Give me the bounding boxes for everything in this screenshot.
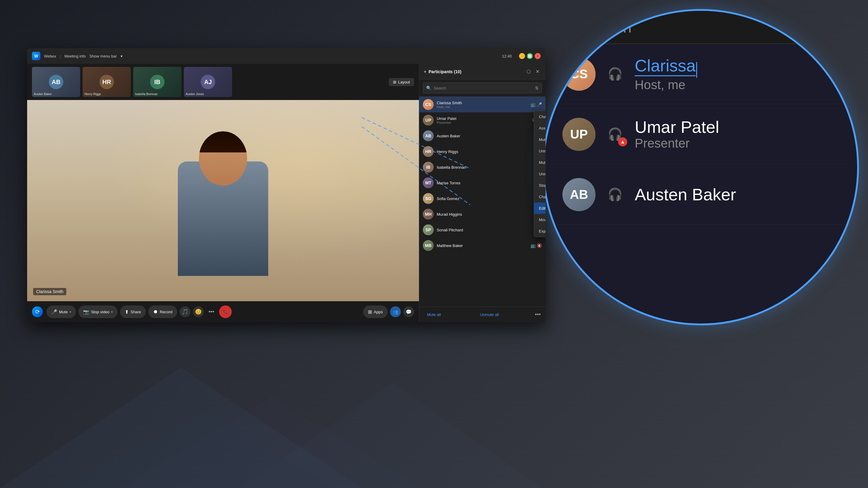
panel-header: ▾ Participants (10) ⬡ ✕ [419,64,546,79]
main-video-area: AB Austen Baker HR Henry Riggs IB Isabel… [27,64,419,322]
participant-name-3: Henry Riggs [437,150,535,154]
mag-headset-0: 🎧 [604,64,626,85]
stop-video-button[interactable]: 📷 Stop video ▾ [79,305,118,318]
thumbnail-avatar-3: AJ [201,75,215,89]
more-options-button[interactable]: ••• [206,309,217,315]
share-label: Share [130,310,141,314]
participant-info-7: Murad Higgins [437,212,535,217]
context-menu-mute-all[interactable]: Mute All [534,157,546,168]
mute-all-button[interactable]: Mute all [424,311,444,319]
mute-dropdown-arrow[interactable]: ▾ [70,310,71,314]
reactions-button[interactable]: 😊 [193,306,204,317]
bg-decoration [0,307,868,488]
panel-popout-button[interactable]: ⬡ [525,67,532,76]
end-call-icon: 📞 [223,310,228,314]
mag-avatar-1: UP [562,118,595,151]
mag-participant-1: UP 🎧 ▲ Umar Patel Presenter [553,104,848,164]
unmute-participant-label: Unmute [539,149,546,153]
thumbnail-1[interactable]: HR Henry Riggs [83,67,131,97]
context-menu-stop-video[interactable]: Stop Video [534,180,546,191]
stop-video-ctx-label: Stop Video [539,183,546,188]
context-menu-change-role[interactable]: Change Role To ▶ [534,111,546,122]
apps-button[interactable]: ⊞ Apps [363,305,388,318]
noise-cancel-button[interactable]: 🎵 [180,306,190,317]
layout-button[interactable]: ⊞ Layout [389,78,414,86]
mag-headset-2: 🎧 [604,184,626,205]
expel-label: Expel [539,229,546,233]
participant-mic-icon-0: 🎤 [537,102,542,107]
record-label: Record [160,310,173,314]
mag-avatar-2: AB [562,178,595,211]
app-logo: W [32,52,40,60]
context-menu-chat[interactable]: Chat [534,191,546,202]
context-menu-move-to-lobby[interactable]: Move to Lobby [534,214,546,225]
participant-name-6: Sofia Gomez [437,196,535,201]
participant-avatar-9: MB [423,240,434,251]
participant-info-4: Isabella Brennan [437,165,535,170]
mute-label: Mute [59,310,68,314]
participant-name-4: Isabella Brennan [437,165,535,170]
chat-button[interactable]: 💬 [403,306,414,317]
layout-label: Layout [398,80,410,84]
app-window: W Webex | Meeting info Show menu bar ▾ 1… [27,48,546,322]
thumbnail-3[interactable]: AJ Austen Jones [184,67,232,97]
search-input[interactable]: Search [434,86,532,90]
meeting-info-link[interactable]: Meeting info [64,54,86,59]
panel-close-button[interactable]: ✕ [534,67,541,76]
participant-icons-0: 📺 🎤 [530,102,542,107]
context-menu-unmute-all[interactable]: Unmute All [534,168,546,180]
context-menu-unmute[interactable]: Unmute [534,145,546,157]
participant-screen-icon-0: 📺 [530,102,535,107]
person-hair [199,131,247,153]
participant-name-0: Clarissa Smith [437,101,527,105]
person-head [199,131,247,186]
participants-button[interactable]: 👥 [390,306,401,317]
participant-item-3[interactable]: HR Henry Riggs 🎙 [419,144,546,159]
move-to-lobby-label: Move to Lobby [539,218,546,222]
video-dropdown-arrow[interactable]: ▾ [111,310,113,314]
assign-privileges-label: Assign Privileges... [539,126,546,130]
share-button[interactable]: ⬆ Share [120,305,146,318]
participant-icons-9: 📺 🔇 [530,243,542,248]
participant-item-6[interactable]: SG Sofia Gomez 🎙 [419,191,546,206]
chat-ctx-label: Chat [539,195,546,199]
footer-more-button[interactable]: ••• [535,312,541,318]
participant-item-7[interactable]: MH Murad Higgins 🎙 [419,206,546,222]
participant-item-2[interactable]: AB Austen Baker 🎙 [419,128,546,144]
participant-item-8[interactable]: SP Sonali Pitchard 🎙 [419,222,546,238]
record-button[interactable]: ⏺ Record [148,305,177,318]
participant-item-9[interactable]: MB Matthew Baker 📺 🔇 [419,238,546,253]
record-icon: ⏺ [153,309,158,315]
mag-participant-0: CS 🎧 Clarissa Host, me [553,44,848,104]
panel-collapse-chevron[interactable]: ▾ [424,69,426,74]
context-menu-edit-name[interactable]: Edit Name [534,202,546,214]
unmute-all-button[interactable]: Unmute all [477,311,502,319]
stop-video-label: Stop video [91,310,110,314]
context-menu-expel[interactable]: Expel [534,225,546,237]
maximize-button[interactable]: ⬜ [527,53,533,59]
headset-icon-0: 🎧 [608,67,623,81]
participants-list: CS Clarissa Smith Host, me 📺 🎤 UP Umar P… [419,97,546,307]
sort-button[interactable]: ⇅ [535,86,538,90]
minimize-button[interactable]: − [519,53,525,59]
context-menu-assign-privileges[interactable]: Assign Privileges... [534,122,546,134]
thumbnail-0[interactable]: AB Austen Baker [32,67,80,97]
change-role-label: Change Role To [539,115,546,119]
menu-bar-chevron[interactable]: ▾ [121,54,123,59]
mag-name-editing-0: Clarissa [635,56,695,76]
show-menu-bar-link[interactable]: Show menu bar [89,54,117,59]
participant-item-1[interactable]: UP Umar Patel Presenter 🎙 📹 [419,112,546,128]
search-box[interactable]: 🔍 Search ⇅ [423,83,542,93]
participant-item-0[interactable]: CS Clarissa Smith Host, me 📺 🎤 [419,97,546,112]
close-button[interactable]: × [535,53,541,59]
context-menu-mute[interactable]: Mute [534,134,546,145]
participant-name-2: Austen Baker [437,134,535,138]
mute-button[interactable]: 🎤 Mute ▾ [46,305,76,318]
participant-item-5[interactable]: MT Marise Torres 🎙 [419,175,546,191]
panel-search-area: 🔍 Search ⇅ [419,79,546,97]
thumbnail-2[interactable]: IB Isabella Brennan [133,67,181,97]
participant-item-4[interactable]: IB Isabella Brennan 🎙 [419,159,546,175]
clock: 12:40 [502,54,512,59]
participant-avatar-2: AB [423,130,434,141]
end-call-button[interactable]: 📞 [219,305,232,318]
